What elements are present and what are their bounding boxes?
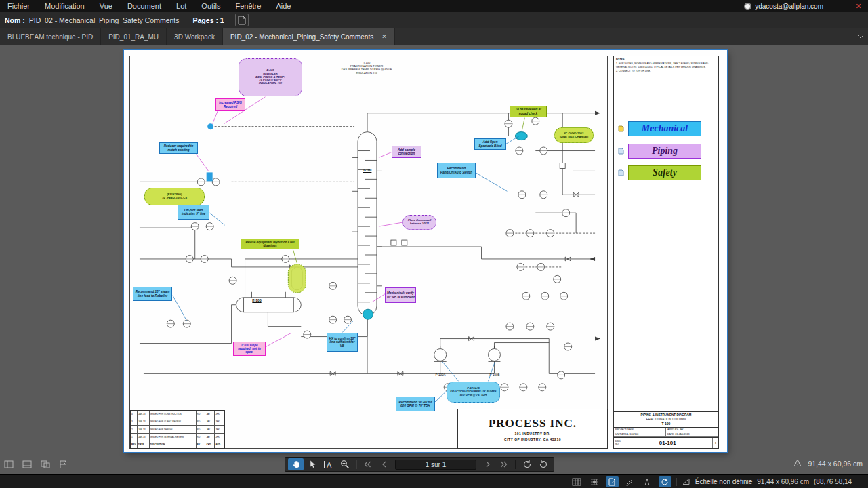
table-row: 2JAN-13ISSUED FOR DESIGNRDJAVJFK xyxy=(131,426,224,433)
measurement-icon xyxy=(792,458,803,469)
menu-lot[interactable]: Lot xyxy=(169,0,194,12)
legend-item-piping[interactable]: Piping xyxy=(618,144,701,159)
file-access-panel-icon[interactable] xyxy=(4,459,14,471)
tab-close-icon[interactable]: ✕ xyxy=(381,33,387,40)
cursor-coords: (88,76 58,14 xyxy=(814,478,868,485)
annotation-squad-check[interactable]: To be reviewed at squad check xyxy=(510,106,547,117)
pan-tool-button[interactable] xyxy=(288,458,304,470)
table-row: 3JAN-13ISSUED FOR CLIENT REVIEWRDJAVJFK xyxy=(131,418,224,426)
drawing-right-strip: NOTES: 1. FOR NOTES, SYMBOLS AND ABBREVI… xyxy=(613,56,719,449)
allplan-logo-icon xyxy=(744,3,751,10)
page-size-status: 91,44 x 60,96 cm xyxy=(757,478,809,485)
annotation-pumps-cloud[interactable]: P-100A/B FRACTIONATION REFLUX PUMPS 800 … xyxy=(447,382,500,403)
appd-field: APPD BY: JFK xyxy=(666,428,718,432)
next-page-button[interactable] xyxy=(480,458,495,470)
account-email: ydacosta@allplan.com xyxy=(755,3,823,10)
project-field: PROJECT: NEW xyxy=(614,428,666,432)
thumbnails-panel-icon[interactable] xyxy=(41,459,50,471)
markup-mode-icon[interactable] xyxy=(606,476,619,487)
pump-b-label: P-100B xyxy=(482,373,508,378)
date-field: DATE: 01-JAN-2013 xyxy=(666,432,718,437)
annotation-offplot-feed[interactable]: Off-plot feed indicates 9" line xyxy=(178,205,209,220)
document-info-bar: Nom : PID_02 - Mechanical_Piping_Safety … xyxy=(0,12,868,28)
legend-label-mechanical: Mechanical xyxy=(628,121,701,136)
panel-toggle-group xyxy=(4,459,67,471)
tab-pid-02-active[interactable]: PID_02 - Mechanical_Piping_Safety Commen… xyxy=(223,28,395,45)
toolbar-separator xyxy=(515,460,516,469)
close-window-button[interactable]: ✕ xyxy=(850,0,867,12)
sync-views-icon[interactable] xyxy=(659,476,671,487)
tab-bluebeam-technique[interactable]: BLUEBEAM technique - PID xyxy=(0,28,101,45)
drawing-info-block: PIPING & INSTRUMENT DIAGRAM FRACTIONATIO… xyxy=(614,411,718,448)
note-icon xyxy=(618,167,624,179)
last-page-button[interactable] xyxy=(496,458,512,470)
menu-vue[interactable]: Vue xyxy=(92,0,120,12)
annotation-slope-required[interactable]: 1:100 slope required, not in spec. xyxy=(233,342,266,356)
annotation-increased-psig[interactable]: Increased PSIG Required xyxy=(215,98,245,111)
annotation-thermowell[interactable]: Place thermowell between 10/11 xyxy=(402,215,436,230)
document-tab-bar: BLUEBEAM technique - PID PID_01_RA_MU 3D… xyxy=(0,28,868,45)
legend-label-safety: Safety xyxy=(628,165,701,180)
annotation-e100-reboiler-cloud[interactable]: E-100 REBOILER DES. PRESS & TEMP: 75 PSI… xyxy=(239,58,302,96)
pdf-page[interactable]: T-100 FRACTIONATION TOWER DES. PRESS & T… xyxy=(124,50,727,452)
select-tool-button[interactable] xyxy=(304,458,320,470)
page-setup-icon[interactable] xyxy=(235,14,249,26)
company-address-1: 101 INDUSTRY DR. xyxy=(514,432,550,436)
flags-panel-icon[interactable] xyxy=(59,459,67,471)
table-row: 1JAN-13ISSUED FOR INTERNAL REVIEWRDJAVJF… xyxy=(131,434,224,441)
annotation-add-sample[interactable]: Add sample connection xyxy=(392,146,421,158)
annotation-existing-line-cloud[interactable]: (EXISTING) 10"-FEED-1001-CS xyxy=(144,188,205,205)
menu-fenetre[interactable]: Fenêtre xyxy=(228,0,268,12)
rotate-cw-button[interactable] xyxy=(535,458,551,470)
account-info[interactable]: ydacosta@allplan.com xyxy=(744,3,823,10)
compass-icon[interactable] xyxy=(641,476,654,487)
annotation-steam-line[interactable]: Recommend 10" steam line feed to Reboile… xyxy=(133,287,172,301)
grid-icon[interactable] xyxy=(571,476,583,487)
tab-list-chevron-icon[interactable] xyxy=(853,28,868,45)
dwg-rev: 1 xyxy=(712,438,718,448)
select-text-button[interactable]: A xyxy=(321,458,336,470)
document-canvas[interactable]: T-100 FRACTIONATION TOWER DES. PRESS & T… xyxy=(0,45,868,474)
doc-pages-label: Pages : 1 xyxy=(193,16,224,24)
annotation-pump-hp[interactable]: Recommend 50 HP for 800 GPM @ 76' TDH xyxy=(396,396,435,411)
legend-item-mechanical[interactable]: Mechanical xyxy=(618,121,701,136)
column-tag-label: T-100 xyxy=(356,168,378,172)
svg-text:A: A xyxy=(327,461,332,469)
statusbar-separator xyxy=(676,478,677,486)
column-info-label: T-100 FRACTIONATION TOWER DES. PRESS & T… xyxy=(338,61,395,75)
annotation-revise-layout[interactable]: Revise equipment layout on Civil drawing… xyxy=(241,239,299,249)
scale-status[interactable]: Échelle non définie xyxy=(695,478,753,485)
minimize-button[interactable]: — xyxy=(829,0,845,12)
annotation-line-change-cloud[interactable]: 6"-OVHD-1002 (LINE SIZE CHANGE) xyxy=(554,127,594,143)
zoom-tool-button[interactable] xyxy=(337,458,352,470)
annotation-spectacle-blind[interactable]: Add Open Spectacle Blind xyxy=(474,138,506,150)
toolbar-separator xyxy=(356,460,356,469)
measurement-readout: 91,44 x 60,96 cm xyxy=(792,458,863,469)
pen-icon[interactable] xyxy=(623,476,636,487)
menu-fichier[interactable]: Fichier xyxy=(0,0,37,12)
menu-aide[interactable]: Aide xyxy=(268,0,298,12)
annotation-hx-confirm[interactable]: HX to confirm 16" line sufficient for VB xyxy=(327,333,358,352)
rotate-ccw-button[interactable] xyxy=(519,458,535,470)
doc-name-label: Nom : xyxy=(5,16,25,24)
menu-document[interactable]: Document xyxy=(120,0,169,12)
bottom-toolbar: A 1 sur 1 xyxy=(285,457,554,472)
annotation-verify-vb[interactable]: Mechanical: verify 10" VB is sufficient xyxy=(385,287,416,303)
first-page-button[interactable] xyxy=(360,458,375,470)
tab-3d-workpack[interactable]: 3D Workpack xyxy=(167,28,223,45)
previous-page-button[interactable] xyxy=(376,458,392,470)
status-bar: Échelle non définie 91,44 x 60,96 cm (88… xyxy=(0,474,868,488)
menu-bar: Fichier Modification Vue Document Lot Ou… xyxy=(0,0,868,12)
table-header-row: REVDATEDESCRIPTIONBYCKDAPD xyxy=(131,441,224,448)
tab-pid-01[interactable]: PID_01_RA_MU xyxy=(101,28,167,45)
menu-modification[interactable]: Modification xyxy=(37,0,92,12)
legend-item-safety[interactable]: Safety xyxy=(618,165,701,180)
annotation-reducer-required[interactable]: Reducer required to match existing xyxy=(159,142,198,154)
bookmarks-panel-icon[interactable] xyxy=(22,459,32,471)
menu-outils[interactable]: Outils xyxy=(194,0,228,12)
snap-to-grid-icon[interactable] xyxy=(588,476,601,487)
company-address-2: CITY OF INDUSTRY, CA 43210 xyxy=(504,437,561,441)
page-indicator[interactable]: 1 sur 1 xyxy=(395,460,476,470)
annotation-hoa-switch[interactable]: Recommend Hand/Off/Auto Switch xyxy=(437,163,476,178)
unit-field: UNIT/AREA: 100/100 xyxy=(614,432,666,437)
